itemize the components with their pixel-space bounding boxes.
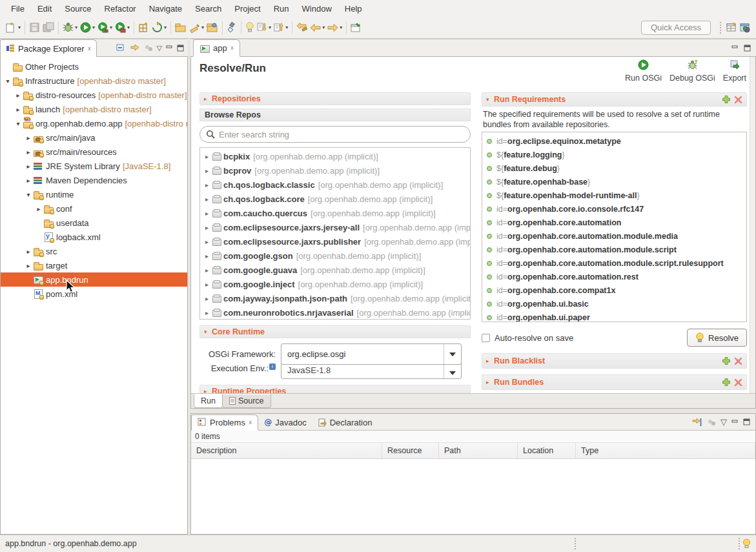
close-icon[interactable]: ☓ [88,45,91,52]
column-header-location[interactable]: Location [518,443,576,458]
tree-item-userdata[interactable]: userdata [1,216,187,230]
content-assist-icon[interactable] [244,20,256,36]
tree-item-src-main-resources[interactable]: ▸src/main/resources [1,145,187,159]
repo-search-input[interactable] [219,130,464,139]
expanded-icon[interactable]: ▾ [3,77,12,85]
tab-package-explorer[interactable]: Package Explorer ☓ [0,39,97,57]
minimize-icon[interactable] [166,45,173,51]
new-java-project-icon[interactable] [137,20,150,36]
editor-scrollbar[interactable] [750,57,755,393]
requirement-item[interactable]: ${feature.openhab-model-runtime-all} [482,189,746,202]
section-core-runtime[interactable]: ▾ Core Runtime [199,325,471,338]
collapsed-icon[interactable]: ▸ [24,148,33,156]
requirement-item[interactable]: id=org.openhab.ui.basic [482,297,746,311]
collapsed-icon[interactable]: ▸ [203,238,211,245]
tree-item-distro-resources[interactable]: ▸distro-resources[openhab-distro master] [1,88,187,102]
collapsed-icon[interactable]: ▸ [203,224,211,231]
tree-item-pom-xml[interactable]: pom.xml [1,287,187,301]
collapsed-icon[interactable]: ▸ [24,163,33,170]
close-icon[interactable]: ☓ [230,45,234,52]
run-icon[interactable]: ▾ [79,20,96,36]
next-annotation-icon[interactable]: ▾ [256,20,272,36]
section-run-blacklist[interactable]: ▸ Run Blacklist [482,353,747,369]
menu-run[interactable]: Run [268,2,295,15]
add-blacklist-icon[interactable] [722,356,731,365]
tab-run[interactable]: Run [194,394,223,408]
save-icon[interactable] [28,20,41,36]
open-type-icon[interactable] [205,20,220,36]
tree-item-conf[interactable]: ▸conf [1,201,187,216]
section-run-requirements[interactable]: ▾ Run Requirements [482,92,747,107]
requirement-item[interactable]: id=org.openhab.core.automation.module.me… [482,229,746,243]
focus-on-task-icon[interactable] [692,418,702,427]
focus-icon[interactable] [144,44,153,52]
previous-annotation-icon[interactable]: ▾ [272,20,289,36]
group-icon[interactable] [707,418,716,426]
new-wizard-icon[interactable]: ▾ [4,20,22,36]
tree-item-launch[interactable]: ▸launch[openhab-distro master] [1,102,187,116]
requirement-item[interactable]: id=org.openhab.core.io.console.rfc147 [482,202,746,216]
repo-item[interactable]: ▸com.neuronrobotics.nrjavaserial[org.ope… [200,305,470,320]
repo-item[interactable]: ▸com.google.guava[org.openhab.demo.app (… [200,263,470,277]
auto-resolve-checkbox[interactable] [482,334,490,342]
quick-access-field[interactable]: Quick Access [641,21,711,35]
add-requirement-icon[interactable] [722,95,731,104]
search-icon[interactable] [225,20,238,36]
requirement-item[interactable]: id=org.openhab.core.automation.module.sc… [482,256,746,270]
tree-item-logback-xml[interactable]: logback.xml [1,230,187,244]
column-header-type[interactable]: Type [576,443,755,458]
requirement-item[interactable]: id=org.openhab.core.compat1x [482,283,746,297]
collapsed-icon[interactable]: ▸ [24,248,33,255]
requirement-item[interactable]: ${feature.logging} [482,148,746,161]
tree-item-runtime[interactable]: ▾runtime [1,187,187,201]
requirement-item[interactable]: id=org.openhab.ui.paper [482,311,746,322]
tab-problems[interactable]: Problems ☓ [191,414,258,431]
tree-item-src[interactable]: ▸src [1,244,187,258]
collapsed-icon[interactable]: ▸ [203,309,211,316]
repo-item[interactable]: ▸com.eclipsesource.jaxrs.jersey-all[org.… [200,220,470,234]
collapsed-icon[interactable]: ▸ [203,153,211,160]
remove-bundle-icon[interactable] [734,378,742,387]
menu-edit[interactable]: Edit [32,2,57,15]
maximize-icon[interactable] [177,45,184,52]
column-header-description[interactable]: Description [191,443,382,458]
tree-item-target[interactable]: ▸target [1,258,187,272]
dropdown-arrow-icon[interactable] [444,344,461,364]
requirement-item[interactable]: ${feature.openhab-base} [482,175,746,189]
menu-help[interactable]: Help [339,2,368,15]
column-header-resource[interactable]: Resource [382,443,439,458]
tree-item-app-bndrun[interactable]: app.bndrun [1,272,187,287]
annotate-icon[interactable]: ▾ [188,20,205,36]
menu-refactor[interactable]: Refactor [99,2,142,15]
section-run-bundles[interactable]: ▸ Run Bundles [482,374,747,390]
tree-item-src-main-java[interactable]: ▸src/main/java [1,130,187,145]
last-edit-location-icon[interactable] [295,20,309,36]
repo-item[interactable]: ▸com.eclipsesource.jaxrs.publisher[org.o… [200,234,470,249]
collapsed-icon[interactable]: ▸ [203,267,211,274]
debug-icon[interactable]: ▾ [61,20,79,36]
column-header-path[interactable]: Path [439,443,518,458]
open-perspective-icon[interactable] [725,20,739,36]
debug-osgi-button[interactable]: Debug OSGi [669,59,715,83]
minimize-icon[interactable] [731,419,739,425]
requirement-item[interactable]: id=org.openhab.core.automation.rest [482,270,746,283]
menu-search[interactable]: Search [189,2,227,15]
update-project-icon[interactable]: ▾ [150,20,168,36]
menu-project[interactable]: Project [229,2,266,15]
expanded-icon[interactable]: ▾ [24,191,33,198]
collapsed-icon[interactable]: ▸ [203,252,211,260]
collapsed-icon[interactable]: ▸ [203,281,211,288]
tab-source[interactable]: Source [222,394,271,408]
open-resource-icon[interactable] [174,20,188,36]
maximize-icon[interactable] [743,418,750,425]
menu-window[interactable]: Window [296,2,338,15]
requirement-item[interactable]: id=org.eclipse.equinox.metatype [482,134,746,148]
lightbulb-icon[interactable] [742,538,751,549]
view-menu-icon[interactable]: ▽ [720,417,727,427]
repo-item[interactable]: ▸com.caucho.quercus[org.openhab.demo.app… [200,206,470,220]
coverage-icon[interactable]: ▾ [96,20,114,36]
collapse-all-icon[interactable] [116,43,126,52]
tree-item-infrastructure[interactable]: ▾Infrastructure[openhab-distro master] [1,74,187,88]
pin-editor-icon[interactable] [349,20,363,36]
repo-item[interactable]: ▸bcpkix[org.openhab.demo.app (implicit)] [200,149,470,163]
